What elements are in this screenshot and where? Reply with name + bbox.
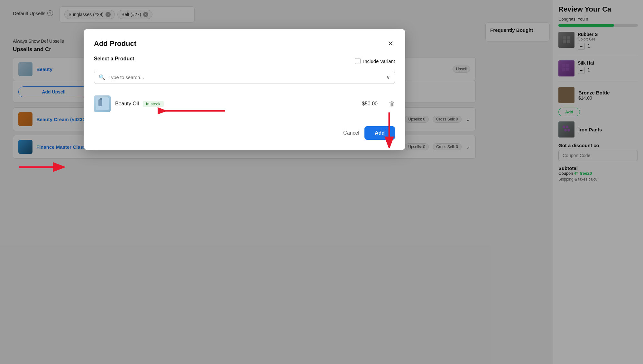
- delete-icon[interactable]: 🗑: [389, 100, 395, 108]
- product-item-price: $50.00: [362, 101, 378, 107]
- modal-title: Add Product: [94, 40, 136, 48]
- svg-rect-15: [98, 99, 102, 106]
- search-icon: 🔍: [99, 74, 105, 80]
- cancel-button[interactable]: Cancel: [343, 130, 359, 136]
- svg-rect-16: [100, 98, 102, 100]
- include-variant-label: Include Variant: [363, 58, 395, 64]
- select-product-label: Select a Product: [94, 56, 134, 62]
- search-input[interactable]: [108, 75, 383, 80]
- include-variant-row: Include Variant: [355, 58, 395, 64]
- product-item-thumb: [94, 95, 111, 112]
- search-chevron-icon: ∨: [386, 74, 390, 80]
- modal-select-row: Select a Product Include Variant: [94, 56, 395, 66]
- add-product-modal: Add Product ✕ Select a Product Include V…: [84, 29, 405, 150]
- search-box: 🔍 ∨: [94, 71, 395, 84]
- modal-footer: Cancel Add: [94, 126, 395, 140]
- modal-header: Add Product ✕: [94, 39, 395, 48]
- include-variant-checkbox[interactable]: [355, 58, 361, 64]
- product-item-info: Beauty Oil In stock: [115, 101, 164, 107]
- product-item-row: Beauty Oil In stock $50.00 🗑: [94, 92, 395, 116]
- arrow-add-btn: [376, 109, 402, 148]
- product-item-name: Beauty Oil: [115, 101, 139, 107]
- arrow-add-upsell: [16, 157, 68, 177]
- modal-close-button[interactable]: ✕: [386, 39, 395, 48]
- arrow-in-stock: [158, 103, 228, 119]
